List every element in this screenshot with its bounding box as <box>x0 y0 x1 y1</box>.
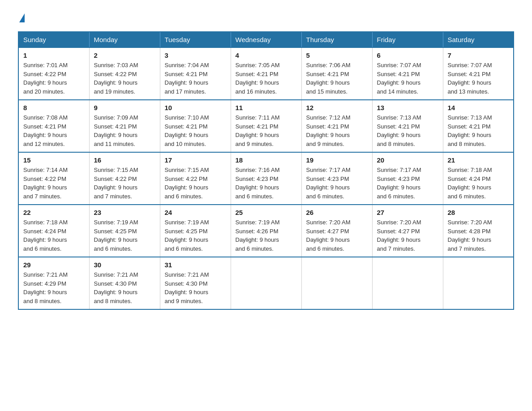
day-header-thursday: Thursday <box>301 32 372 47</box>
day-number: 18 <box>236 156 297 164</box>
calendar-cell: 24 Sunrise: 7:19 AM Sunset: 4:25 PM Dayl… <box>160 205 231 257</box>
calendar-cell: 16 Sunrise: 7:15 AM Sunset: 4:22 PM Dayl… <box>89 152 160 205</box>
page-header <box>18 13 514 22</box>
day-number: 28 <box>448 209 509 216</box>
day-number: 10 <box>165 104 226 111</box>
day-info: Sunrise: 7:04 AM Sunset: 4:21 PM Dayligh… <box>165 61 226 96</box>
day-number: 9 <box>94 104 155 111</box>
calendar-cell <box>372 257 443 309</box>
day-number: 26 <box>306 209 368 216</box>
calendar-cell: 31 Sunrise: 7:21 AM Sunset: 4:30 PM Dayl… <box>160 257 231 309</box>
calendar-cell: 28 Sunrise: 7:20 AM Sunset: 4:28 PM Dayl… <box>443 205 514 257</box>
day-header-friday: Friday <box>372 32 443 47</box>
calendar-cell: 2 Sunrise: 7:03 AM Sunset: 4:22 PM Dayli… <box>89 47 160 100</box>
day-info: Sunrise: 7:21 AM Sunset: 4:30 PM Dayligh… <box>165 270 226 305</box>
calendar-cell: 19 Sunrise: 7:17 AM Sunset: 4:23 PM Dayl… <box>301 152 372 205</box>
day-info: Sunrise: 7:18 AM Sunset: 4:24 PM Dayligh… <box>23 218 85 253</box>
day-number: 24 <box>165 209 226 216</box>
calendar-cell: 10 Sunrise: 7:10 AM Sunset: 4:21 PM Dayl… <box>160 100 231 152</box>
day-info: Sunrise: 7:07 AM Sunset: 4:21 PM Dayligh… <box>448 61 509 96</box>
calendar-cell: 18 Sunrise: 7:16 AM Sunset: 4:23 PM Dayl… <box>231 152 301 205</box>
day-number: 29 <box>23 261 85 269</box>
calendar-cell: 11 Sunrise: 7:11 AM Sunset: 4:21 PM Dayl… <box>231 100 301 152</box>
day-info: Sunrise: 7:21 AM Sunset: 4:30 PM Dayligh… <box>94 270 155 305</box>
day-number: 6 <box>377 51 438 59</box>
day-number: 19 <box>306 156 368 164</box>
day-info: Sunrise: 7:11 AM Sunset: 4:21 PM Dayligh… <box>236 113 297 148</box>
calendar-cell: 12 Sunrise: 7:12 AM Sunset: 4:21 PM Dayl… <box>301 100 372 152</box>
day-info: Sunrise: 7:12 AM Sunset: 4:21 PM Dayligh… <box>306 113 368 148</box>
day-header-tuesday: Tuesday <box>160 32 231 47</box>
day-info: Sunrise: 7:17 AM Sunset: 4:23 PM Dayligh… <box>377 166 438 201</box>
day-info: Sunrise: 7:19 AM Sunset: 4:25 PM Dayligh… <box>94 218 155 253</box>
day-info: Sunrise: 7:09 AM Sunset: 4:21 PM Dayligh… <box>94 113 155 148</box>
day-info: Sunrise: 7:07 AM Sunset: 4:21 PM Dayligh… <box>377 61 438 96</box>
day-info: Sunrise: 7:14 AM Sunset: 4:22 PM Dayligh… <box>23 166 85 201</box>
day-number: 16 <box>94 156 155 164</box>
day-info: Sunrise: 7:19 AM Sunset: 4:26 PM Dayligh… <box>236 218 297 253</box>
day-number: 7 <box>448 51 509 59</box>
calendar-cell: 17 Sunrise: 7:15 AM Sunset: 4:22 PM Dayl… <box>160 152 231 205</box>
logo <box>18 13 25 22</box>
day-number: 21 <box>448 156 509 164</box>
calendar-week-row: 1 Sunrise: 7:01 AM Sunset: 4:22 PM Dayli… <box>18 47 514 100</box>
calendar-cell: 26 Sunrise: 7:20 AM Sunset: 4:27 PM Dayl… <box>301 205 372 257</box>
calendar-table: SundayMondayTuesdayWednesdayThursdayFrid… <box>18 31 514 310</box>
calendar-cell: 13 Sunrise: 7:13 AM Sunset: 4:21 PM Dayl… <box>372 100 443 152</box>
day-info: Sunrise: 7:10 AM Sunset: 4:21 PM Dayligh… <box>165 113 226 148</box>
calendar-header-row: SundayMondayTuesdayWednesdayThursdayFrid… <box>18 32 514 47</box>
day-number: 31 <box>165 261 226 269</box>
day-number: 4 <box>236 51 297 59</box>
day-info: Sunrise: 7:06 AM Sunset: 4:21 PM Dayligh… <box>306 61 368 96</box>
day-info: Sunrise: 7:17 AM Sunset: 4:23 PM Dayligh… <box>306 166 368 201</box>
day-number: 25 <box>236 209 297 216</box>
day-header-monday: Monday <box>89 32 160 47</box>
day-info: Sunrise: 7:13 AM Sunset: 4:21 PM Dayligh… <box>448 113 509 148</box>
calendar-cell: 7 Sunrise: 7:07 AM Sunset: 4:21 PM Dayli… <box>443 47 514 100</box>
calendar-cell: 8 Sunrise: 7:08 AM Sunset: 4:21 PM Dayli… <box>18 100 89 152</box>
day-number: 20 <box>377 156 438 164</box>
day-header-saturday: Saturday <box>443 32 514 47</box>
calendar-week-row: 29 Sunrise: 7:21 AM Sunset: 4:29 PM Dayl… <box>18 257 514 309</box>
calendar-cell <box>231 257 301 309</box>
day-info: Sunrise: 7:13 AM Sunset: 4:21 PM Dayligh… <box>377 113 438 148</box>
calendar-cell: 4 Sunrise: 7:05 AM Sunset: 4:21 PM Dayli… <box>231 47 301 100</box>
day-header-wednesday: Wednesday <box>231 32 301 47</box>
calendar-cell: 22 Sunrise: 7:18 AM Sunset: 4:24 PM Dayl… <box>18 205 89 257</box>
calendar-cell: 27 Sunrise: 7:20 AM Sunset: 4:27 PM Dayl… <box>372 205 443 257</box>
day-number: 11 <box>236 104 297 111</box>
day-number: 12 <box>306 104 368 111</box>
day-info: Sunrise: 7:20 AM Sunset: 4:27 PM Dayligh… <box>377 218 438 253</box>
calendar-week-row: 15 Sunrise: 7:14 AM Sunset: 4:22 PM Dayl… <box>18 152 514 205</box>
day-number: 13 <box>377 104 438 111</box>
day-info: Sunrise: 7:21 AM Sunset: 4:29 PM Dayligh… <box>23 270 85 305</box>
calendar-cell: 6 Sunrise: 7:07 AM Sunset: 4:21 PM Dayli… <box>372 47 443 100</box>
day-info: Sunrise: 7:18 AM Sunset: 4:24 PM Dayligh… <box>448 166 509 201</box>
day-number: 15 <box>23 156 85 164</box>
day-info: Sunrise: 7:16 AM Sunset: 4:23 PM Dayligh… <box>236 166 297 201</box>
day-number: 27 <box>377 209 438 216</box>
calendar-cell: 5 Sunrise: 7:06 AM Sunset: 4:21 PM Dayli… <box>301 47 372 100</box>
calendar-cell: 21 Sunrise: 7:18 AM Sunset: 4:24 PM Dayl… <box>443 152 514 205</box>
day-number: 22 <box>23 209 85 216</box>
day-number: 3 <box>165 51 226 59</box>
day-info: Sunrise: 7:01 AM Sunset: 4:22 PM Dayligh… <box>23 61 85 96</box>
day-info: Sunrise: 7:03 AM Sunset: 4:22 PM Dayligh… <box>94 61 155 96</box>
calendar-cell: 14 Sunrise: 7:13 AM Sunset: 4:21 PM Dayl… <box>443 100 514 152</box>
day-number: 14 <box>448 104 509 111</box>
day-header-sunday: Sunday <box>18 32 89 47</box>
logo-triangle-icon <box>19 13 25 22</box>
day-info: Sunrise: 7:15 AM Sunset: 4:22 PM Dayligh… <box>165 166 226 201</box>
calendar-cell: 29 Sunrise: 7:21 AM Sunset: 4:29 PM Dayl… <box>18 257 89 309</box>
day-info: Sunrise: 7:20 AM Sunset: 4:28 PM Dayligh… <box>448 218 509 253</box>
day-info: Sunrise: 7:08 AM Sunset: 4:21 PM Dayligh… <box>23 113 85 148</box>
day-number: 8 <box>23 104 85 111</box>
day-info: Sunrise: 7:19 AM Sunset: 4:25 PM Dayligh… <box>165 218 226 253</box>
day-number: 23 <box>94 209 155 216</box>
day-info: Sunrise: 7:15 AM Sunset: 4:22 PM Dayligh… <box>94 166 155 201</box>
calendar-cell: 3 Sunrise: 7:04 AM Sunset: 4:21 PM Dayli… <box>160 47 231 100</box>
day-number: 30 <box>94 261 155 269</box>
day-number: 1 <box>23 51 85 59</box>
day-number: 2 <box>94 51 155 59</box>
calendar-cell: 20 Sunrise: 7:17 AM Sunset: 4:23 PM Dayl… <box>372 152 443 205</box>
